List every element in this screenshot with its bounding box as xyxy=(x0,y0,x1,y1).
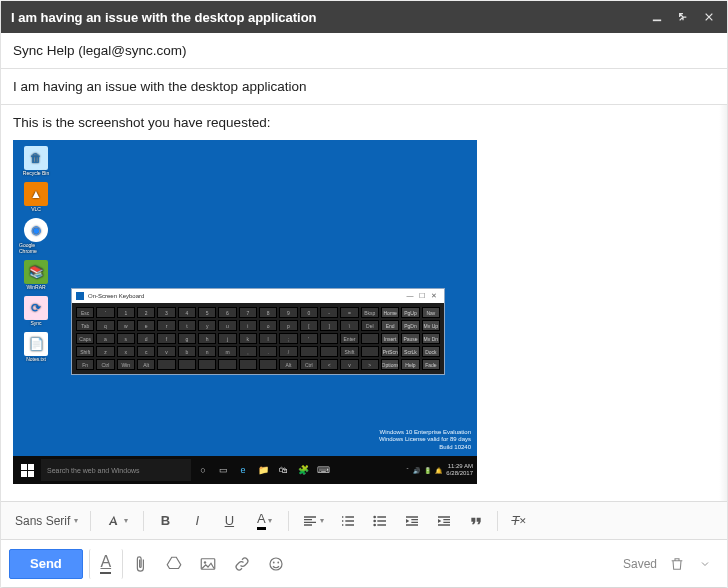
insert-emoji-button[interactable] xyxy=(259,549,293,579)
desktop-icon-notes: 📄Notes.txt xyxy=(19,332,53,362)
taskbar-search: Search the web and Windows xyxy=(41,459,191,481)
svg-point-1 xyxy=(374,515,377,518)
svg-rect-0 xyxy=(653,20,661,22)
start-button xyxy=(13,456,41,484)
formatting-toggle-button[interactable]: A xyxy=(89,549,123,579)
indent-less-button[interactable] xyxy=(397,508,427,534)
discard-draft-button[interactable] xyxy=(663,549,691,579)
popout-button[interactable] xyxy=(675,9,691,25)
quote-button[interactable] xyxy=(461,508,491,534)
underline-button[interactable]: U xyxy=(214,508,244,534)
compose-title: I am having an issue with the desktop ap… xyxy=(11,10,639,25)
more-options-button[interactable] xyxy=(691,549,719,579)
font-family-picker[interactable]: Sans Serif▾ xyxy=(9,508,84,534)
subject-field[interactable]: I am having an issue with the desktop ap… xyxy=(1,69,727,105)
insert-photo-button[interactable] xyxy=(191,549,225,579)
desktop-icons: 🗑Recycle Bin ▲VLC ◉Google Chrome 📚WinRAR… xyxy=(19,146,53,362)
numbered-list-button[interactable] xyxy=(333,508,363,534)
insert-link-button[interactable] xyxy=(225,549,259,579)
desktop-icon-vlc: ▲VLC xyxy=(19,182,53,212)
subject-text: I am having an issue with the desktop ap… xyxy=(13,79,306,94)
windows-watermark: Windows 10 Enterprise Evaluation Windows… xyxy=(379,429,471,452)
minimize-button[interactable] xyxy=(649,9,665,25)
desktop-icon-winrar: 📚WinRAR xyxy=(19,260,53,290)
windows-taskbar: Search the web and Windows ○▭e 📁🛍🧩⌨ ˄🔊🔋🔔… xyxy=(13,456,477,484)
bulleted-list-button[interactable] xyxy=(365,508,395,534)
compose-titlebar: I am having an issue with the desktop ap… xyxy=(1,1,727,33)
align-button[interactable]: ▾ xyxy=(295,508,331,534)
italic-button[interactable]: I xyxy=(182,508,212,534)
remove-formatting-button[interactable]: T✕ xyxy=(504,508,534,534)
compose-body[interactable]: This is the screenshot you have requeste… xyxy=(1,105,727,501)
action-bar: Send A Saved xyxy=(1,539,727,587)
formatting-toolbar: Sans Serif▾ ▾ B I U A▾ ▾ xyxy=(1,501,727,539)
close-button[interactable] xyxy=(701,9,717,25)
svg-point-5 xyxy=(204,561,206,563)
attach-file-button[interactable] xyxy=(123,549,157,579)
recipients-field[interactable]: Sync Help (legal@sync.com) xyxy=(1,33,727,69)
svg-point-7 xyxy=(273,561,275,563)
desktop-icon-sync: ⟳Sync xyxy=(19,296,53,326)
bold-button[interactable]: B xyxy=(150,508,180,534)
on-screen-keyboard-window: On-Screen Keyboard —☐✕ Esc`1234567890-=B… xyxy=(71,288,445,375)
embedded-screenshot: 🗑Recycle Bin ▲VLC ◉Google Chrome 📚WinRAR… xyxy=(13,140,477,484)
desktop-icon-chrome: ◉Google Chrome xyxy=(19,218,53,254)
text-color-button[interactable]: A▾ xyxy=(246,508,282,534)
svg-point-3 xyxy=(374,523,377,526)
insert-drive-button[interactable] xyxy=(157,549,191,579)
indent-more-button[interactable] xyxy=(429,508,459,534)
recipient-chip: Sync Help (legal@sync.com) xyxy=(13,43,187,58)
saved-indicator: Saved xyxy=(623,557,657,571)
svg-point-8 xyxy=(277,561,279,563)
svg-point-2 xyxy=(374,519,377,522)
desktop-icon-recycle-bin: 🗑Recycle Bin xyxy=(19,146,53,176)
compose-window: I am having an issue with the desktop ap… xyxy=(1,1,727,587)
font-size-picker[interactable]: ▾ xyxy=(97,508,137,534)
body-intro-text: This is the screenshot you have requeste… xyxy=(13,115,715,130)
send-button[interactable]: Send xyxy=(9,549,83,579)
